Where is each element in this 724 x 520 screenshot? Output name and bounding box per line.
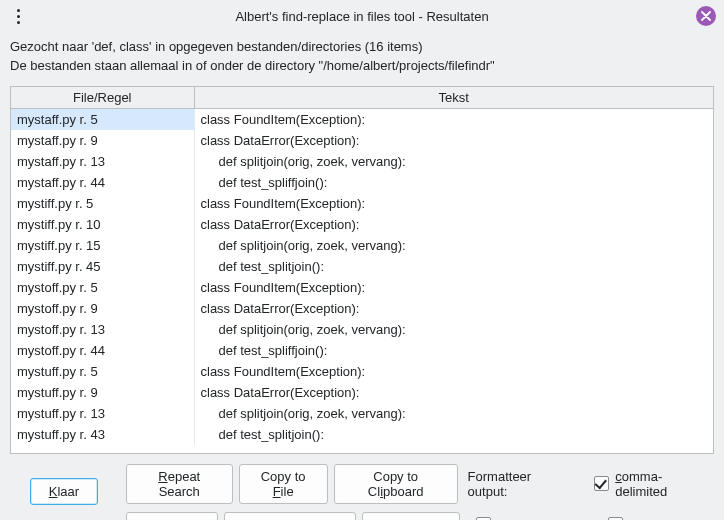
cell-text: def splitjoin(orig, zoek, vervang): bbox=[194, 319, 713, 340]
comma-delimited-checkbox[interactable]: comma-delimited bbox=[594, 469, 714, 499]
cell-file: mystoff.py r. 44 bbox=[11, 340, 194, 361]
cell-file: mystiff.py r. 10 bbox=[11, 214, 194, 235]
cell-file: mystoff.py r. 9 bbox=[11, 298, 194, 319]
table-row[interactable]: mystiff.py r. 5class FoundItem(Exception… bbox=[11, 193, 713, 214]
copy-to-file-button[interactable]: Copy to File bbox=[239, 464, 328, 504]
summary-line-1: Gezocht naar 'def, class' in opgegeven b… bbox=[10, 38, 714, 57]
format-output-label: Formatteer output: bbox=[468, 469, 575, 499]
table-row[interactable]: mystoff.py r. 9class DataError(Exception… bbox=[11, 298, 713, 319]
table-row[interactable]: mystaff.py r. 13def splitjoin(orig, zoek… bbox=[11, 151, 713, 172]
cell-file: mystaff.py r. 13 bbox=[11, 151, 194, 172]
cell-text: def test_spliffjoin(): bbox=[194, 340, 713, 361]
results-table: File/Regel Tekst mystaff.py r. 5class Fo… bbox=[11, 87, 713, 445]
cell-text: def test_splitjoin(): bbox=[194, 256, 713, 277]
button-bar: Klaar Repeat Search Copy to File Copy to… bbox=[0, 454, 724, 520]
cell-file: mystiff.py r. 15 bbox=[11, 235, 194, 256]
cell-file: mystaff.py r. 5 bbox=[11, 109, 194, 130]
column-header-text[interactable]: Tekst bbox=[194, 87, 713, 109]
table-row[interactable]: mystaff.py r. 9class DataError(Exception… bbox=[11, 130, 713, 151]
table-row[interactable]: mystiff.py r. 10class DataError(Exceptio… bbox=[11, 214, 713, 235]
cell-file: mystoff.py r. 13 bbox=[11, 319, 194, 340]
column-header-file[interactable]: File/Regel bbox=[11, 87, 194, 109]
cell-text: class DataError(Exception): bbox=[194, 382, 713, 403]
summary-line-2: De bestanden staan allemaal in of onder … bbox=[10, 57, 714, 76]
cell-text: class FoundItem(Exception): bbox=[194, 277, 713, 298]
window-menu-icon[interactable] bbox=[8, 9, 28, 24]
table-row[interactable]: mystuff.py r. 13def splitjoin(orig, zoek… bbox=[11, 403, 713, 424]
cell-text: class FoundItem(Exception): bbox=[194, 109, 713, 130]
search-summary: Gezocht naar 'def, class' in opgegeven b… bbox=[0, 32, 724, 80]
cell-text: class DataError(Exception): bbox=[194, 214, 713, 235]
results-table-container: File/Regel Tekst mystaff.py r. 5class Fo… bbox=[10, 86, 714, 454]
table-row[interactable]: mystoff.py r. 5class FoundItem(Exception… bbox=[11, 277, 713, 298]
cell-file: mystaff.py r. 44 bbox=[11, 172, 194, 193]
cell-file: mystoff.py r. 5 bbox=[11, 277, 194, 298]
cell-text: class DataError(Exception): bbox=[194, 130, 713, 151]
comma-delimited-label: comma-delimited bbox=[615, 469, 714, 499]
close-icon bbox=[701, 11, 711, 21]
cell-text: class FoundItem(Exception): bbox=[194, 361, 713, 382]
zoek-anders-button[interactable]: Zoek anders bbox=[126, 512, 218, 520]
cell-file: mystaff.py r. 9 bbox=[11, 130, 194, 151]
table-row[interactable]: mystuff.py r. 43def test_splitjoin(): bbox=[11, 424, 713, 445]
table-row[interactable]: mystoff.py r. 44def test_spliffjoin(): bbox=[11, 340, 713, 361]
cell-file: mystiff.py r. 45 bbox=[11, 256, 194, 277]
table-row[interactable]: mystoff.py r. 13def splitjoin(orig, zoek… bbox=[11, 319, 713, 340]
cell-text: def splitjoin(orig, zoek, vervang): bbox=[194, 403, 713, 424]
cell-file: mystuff.py r. 43 bbox=[11, 424, 194, 445]
table-row[interactable]: mystuff.py r. 5class FoundItem(Exception… bbox=[11, 361, 713, 382]
repeat-search-button[interactable]: Repeat Search bbox=[126, 464, 233, 504]
cell-file: mystuff.py r. 5 bbox=[11, 361, 194, 382]
cell-file: mystuff.py r. 9 bbox=[11, 382, 194, 403]
vervang-alles-button[interactable]: Vervang Alles bbox=[362, 512, 461, 520]
table-row[interactable]: mystiff.py r. 45def test_splitjoin(): bbox=[11, 256, 713, 277]
cell-file: mystuff.py r. 13 bbox=[11, 403, 194, 424]
vervang-in-selectie-button[interactable]: Vervang in Selectie bbox=[224, 512, 355, 520]
cell-text: class DataError(Exception): bbox=[194, 298, 713, 319]
copy-to-clipboard-button[interactable]: Copy to Clipboard bbox=[334, 464, 458, 504]
checkbox-icon bbox=[594, 476, 609, 491]
cell-file: mystiff.py r. 5 bbox=[11, 193, 194, 214]
cell-text: def test_spliffjoin(): bbox=[194, 172, 713, 193]
table-row[interactable]: mystiff.py r. 15def splitjoin(orig, zoek… bbox=[11, 235, 713, 256]
cell-text: def splitjoin(orig, zoek, vervang): bbox=[194, 151, 713, 172]
table-row[interactable]: mystaff.py r. 5class FoundItem(Exception… bbox=[11, 109, 713, 130]
cell-text: class FoundItem(Exception): bbox=[194, 193, 713, 214]
titlebar: Albert's find-replace in files tool - Re… bbox=[0, 0, 724, 32]
klaar-button[interactable]: Klaar bbox=[30, 478, 98, 505]
window-title: Albert's find-replace in files tool - Re… bbox=[28, 9, 696, 24]
close-button[interactable] bbox=[696, 6, 716, 26]
cell-text: def test_splitjoin(): bbox=[194, 424, 713, 445]
cell-text: def splitjoin(orig, zoek, vervang): bbox=[194, 235, 713, 256]
table-row[interactable]: mystuff.py r. 9class DataError(Exception… bbox=[11, 382, 713, 403]
table-row[interactable]: mystaff.py r. 44def test_spliffjoin(): bbox=[11, 172, 713, 193]
